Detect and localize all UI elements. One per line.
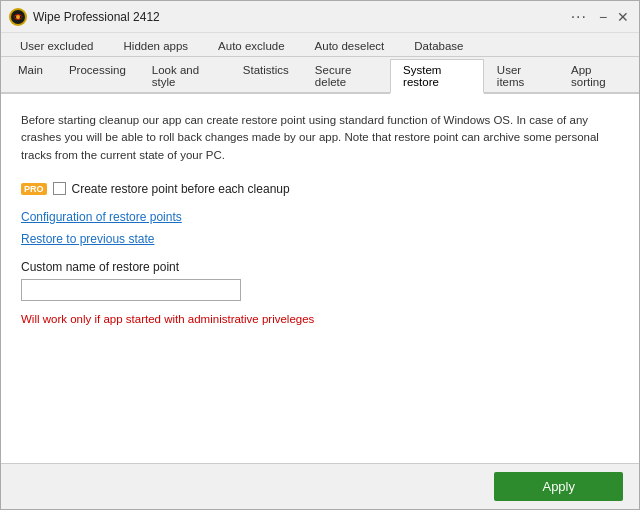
restore-previous-link[interactable]: Restore to previous state xyxy=(21,232,619,246)
svg-point-2 xyxy=(16,15,20,19)
tab-auto-deselect[interactable]: Auto deselect xyxy=(300,34,400,57)
info-text: Before starting cleanup our app can crea… xyxy=(21,112,619,164)
tab-system-restore[interactable]: System restore xyxy=(390,59,484,94)
custom-name-input[interactable] xyxy=(21,279,241,301)
minimize-button[interactable]: − xyxy=(595,9,611,25)
create-restore-checkbox[interactable] xyxy=(53,182,66,195)
title-bar: Wipe Professional 2412 ··· − ✕ xyxy=(1,1,639,33)
warning-text: Will work only if app started with admin… xyxy=(21,313,619,325)
app-icon xyxy=(9,8,27,26)
window-title: Wipe Professional 2412 xyxy=(33,10,571,24)
tab-user-excluded[interactable]: User excluded xyxy=(5,34,109,57)
menu-button[interactable]: ··· xyxy=(571,8,587,26)
main-window: Wipe Professional 2412 ··· − ✕ User excl… xyxy=(0,0,640,510)
tab-hidden-apps[interactable]: Hidden apps xyxy=(109,34,204,57)
window-controls: − ✕ xyxy=(595,9,631,25)
tab-main[interactable]: Main xyxy=(5,59,56,94)
close-button[interactable]: ✕ xyxy=(615,9,631,25)
tab-app-sorting[interactable]: App sorting xyxy=(558,59,635,94)
tab-auto-exclude[interactable]: Auto exclude xyxy=(203,34,300,57)
top-tabs-container: User excluded Hidden apps Auto exclude A… xyxy=(1,33,639,94)
tab-user-items[interactable]: User items xyxy=(484,59,558,94)
tab-look-and-style[interactable]: Look and style xyxy=(139,59,230,94)
apply-button[interactable]: Apply xyxy=(494,472,623,501)
second-tab-row: Main Processing Look and style Statistic… xyxy=(1,57,639,94)
create-restore-label: Create restore point before each cleanup xyxy=(72,182,290,196)
tab-database[interactable]: Database xyxy=(399,34,478,57)
tab-secure-delete[interactable]: Secure delete xyxy=(302,59,390,94)
tab-statistics[interactable]: Statistics xyxy=(230,59,302,94)
configuration-link[interactable]: Configuration of restore points xyxy=(21,210,619,224)
pro-badge: PRO xyxy=(21,183,47,195)
footer: Apply xyxy=(1,463,639,509)
pro-row: PRO Create restore point before each cle… xyxy=(21,182,619,196)
top-tab-row: User excluded Hidden apps Auto exclude A… xyxy=(1,33,639,57)
tab-processing[interactable]: Processing xyxy=(56,59,139,94)
main-content: Before starting cleanup our app can crea… xyxy=(1,94,639,463)
custom-name-label: Custom name of restore point xyxy=(21,260,619,274)
